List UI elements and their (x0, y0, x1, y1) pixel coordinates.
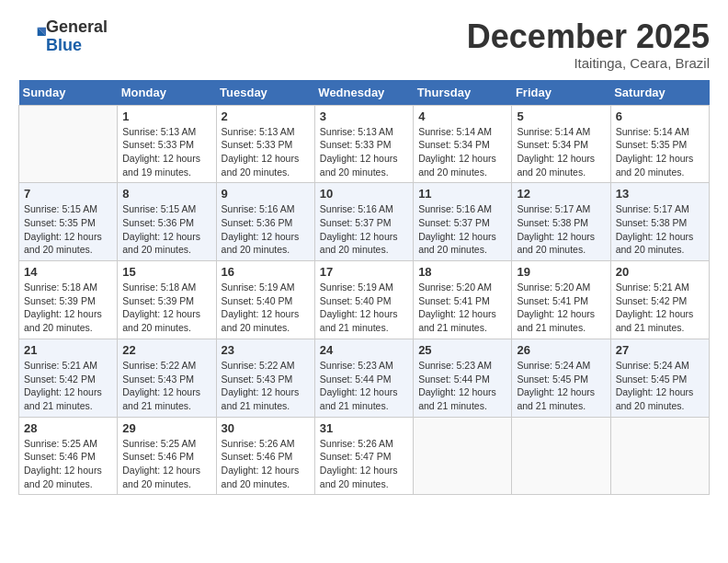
day-info: Sunrise: 5:22 AM Sunset: 5:43 PM Dayligh… (122, 359, 210, 413)
day-info: Sunrise: 5:17 AM Sunset: 5:38 PM Dayligh… (517, 202, 605, 257)
col-header-wednesday: Wednesday (314, 80, 413, 106)
day-cell: 30Sunrise: 5:26 AM Sunset: 5:46 PM Dayli… (216, 417, 314, 495)
day-number: 14 (24, 265, 112, 279)
day-number: 28 (24, 421, 112, 435)
day-cell (512, 417, 610, 495)
day-info: Sunrise: 5:26 AM Sunset: 5:47 PM Dayligh… (320, 437, 408, 491)
logo: General Blue (18, 18, 108, 55)
col-header-friday: Friday (512, 80, 610, 106)
day-number: 7 (24, 187, 112, 201)
day-info: Sunrise: 5:21 AM Sunset: 5:42 PM Dayligh… (616, 281, 704, 335)
day-cell: 2Sunrise: 5:13 AM Sunset: 5:33 PM Daylig… (216, 105, 314, 183)
day-cell: 22Sunrise: 5:22 AM Sunset: 5:43 PM Dayli… (118, 339, 216, 417)
logo-icon (20, 24, 46, 50)
week-row-1: 1Sunrise: 5:13 AM Sunset: 5:33 PM Daylig… (19, 105, 710, 183)
day-number: 20 (616, 265, 704, 279)
logo-general: General (46, 17, 108, 36)
day-number: 18 (418, 265, 506, 279)
day-cell: 10Sunrise: 5:16 AM Sunset: 5:37 PM Dayli… (314, 183, 413, 261)
day-number: 29 (122, 421, 210, 435)
month-title: December 2025 (467, 18, 710, 55)
day-number: 30 (222, 421, 310, 435)
col-header-thursday: Thursday (414, 80, 512, 106)
day-cell (414, 417, 512, 495)
title-area: December 2025 Itaitinga, Ceara, Brazil (467, 18, 710, 71)
day-number: 11 (418, 187, 506, 201)
day-info: Sunrise: 5:17 AM Sunset: 5:38 PM Dayligh… (616, 202, 704, 257)
day-cell: 16Sunrise: 5:19 AM Sunset: 5:40 PM Dayli… (216, 261, 314, 339)
day-cell (19, 105, 118, 183)
day-number: 31 (320, 421, 408, 435)
day-cell: 1Sunrise: 5:13 AM Sunset: 5:33 PM Daylig… (118, 105, 216, 183)
day-cell: 18Sunrise: 5:20 AM Sunset: 5:41 PM Dayli… (414, 261, 512, 339)
day-info: Sunrise: 5:25 AM Sunset: 5:46 PM Dayligh… (24, 437, 112, 491)
day-info: Sunrise: 5:20 AM Sunset: 5:41 PM Dayligh… (418, 281, 506, 335)
day-cell: 24Sunrise: 5:23 AM Sunset: 5:44 PM Dayli… (314, 339, 413, 417)
day-number: 5 (517, 109, 605, 123)
logo-text: General Blue (46, 18, 108, 55)
day-info: Sunrise: 5:14 AM Sunset: 5:34 PM Dayligh… (517, 125, 605, 179)
day-number: 24 (320, 343, 408, 357)
day-cell: 27Sunrise: 5:24 AM Sunset: 5:45 PM Dayli… (610, 339, 709, 417)
day-cell: 31Sunrise: 5:26 AM Sunset: 5:47 PM Dayli… (314, 417, 413, 495)
day-cell: 12Sunrise: 5:17 AM Sunset: 5:38 PM Dayli… (512, 183, 610, 261)
location: Itaitinga, Ceara, Brazil (467, 55, 710, 71)
day-info: Sunrise: 5:14 AM Sunset: 5:35 PM Dayligh… (616, 125, 704, 179)
day-info: Sunrise: 5:13 AM Sunset: 5:33 PM Dayligh… (320, 125, 408, 179)
day-cell (610, 417, 709, 495)
week-row-3: 14Sunrise: 5:18 AM Sunset: 5:39 PM Dayli… (19, 261, 710, 339)
col-header-saturday: Saturday (610, 80, 709, 106)
day-number: 12 (517, 187, 605, 201)
day-info: Sunrise: 5:16 AM Sunset: 5:37 PM Dayligh… (418, 202, 506, 257)
day-info: Sunrise: 5:18 AM Sunset: 5:39 PM Dayligh… (122, 281, 210, 335)
week-row-5: 28Sunrise: 5:25 AM Sunset: 5:46 PM Dayli… (19, 417, 710, 495)
day-number: 22 (122, 343, 210, 357)
day-number: 2 (222, 109, 310, 123)
day-info: Sunrise: 5:16 AM Sunset: 5:36 PM Dayligh… (222, 202, 310, 257)
week-row-2: 7Sunrise: 5:15 AM Sunset: 5:35 PM Daylig… (19, 183, 710, 261)
day-info: Sunrise: 5:25 AM Sunset: 5:46 PM Dayligh… (122, 437, 210, 491)
day-info: Sunrise: 5:20 AM Sunset: 5:41 PM Dayligh… (517, 281, 605, 335)
day-info: Sunrise: 5:14 AM Sunset: 5:34 PM Dayligh… (418, 125, 506, 179)
day-cell: 14Sunrise: 5:18 AM Sunset: 5:39 PM Dayli… (19, 261, 118, 339)
day-number: 3 (320, 109, 408, 123)
day-info: Sunrise: 5:22 AM Sunset: 5:43 PM Dayligh… (222, 359, 310, 413)
day-number: 26 (517, 343, 605, 357)
day-cell: 8Sunrise: 5:15 AM Sunset: 5:36 PM Daylig… (118, 183, 216, 261)
day-number: 27 (616, 343, 704, 357)
day-number: 16 (222, 265, 310, 279)
day-info: Sunrise: 5:15 AM Sunset: 5:36 PM Dayligh… (122, 202, 210, 257)
day-cell: 13Sunrise: 5:17 AM Sunset: 5:38 PM Dayli… (610, 183, 709, 261)
day-number: 4 (418, 109, 506, 123)
day-number: 9 (222, 187, 310, 201)
day-cell: 6Sunrise: 5:14 AM Sunset: 5:35 PM Daylig… (610, 105, 709, 183)
day-number: 13 (616, 187, 704, 201)
day-info: Sunrise: 5:19 AM Sunset: 5:40 PM Dayligh… (222, 281, 310, 335)
day-cell: 15Sunrise: 5:18 AM Sunset: 5:39 PM Dayli… (118, 261, 216, 339)
day-info: Sunrise: 5:19 AM Sunset: 5:40 PM Dayligh… (320, 281, 408, 335)
header: General Blue December 2025 Itaitinga, Ce… (18, 18, 710, 71)
day-cell: 5Sunrise: 5:14 AM Sunset: 5:34 PM Daylig… (512, 105, 610, 183)
day-number: 1 (122, 109, 210, 123)
day-info: Sunrise: 5:23 AM Sunset: 5:44 PM Dayligh… (418, 359, 506, 413)
day-cell: 26Sunrise: 5:24 AM Sunset: 5:45 PM Dayli… (512, 339, 610, 417)
day-info: Sunrise: 5:21 AM Sunset: 5:42 PM Dayligh… (24, 359, 112, 413)
header-row: SundayMondayTuesdayWednesdayThursdayFrid… (19, 80, 710, 106)
day-cell: 11Sunrise: 5:16 AM Sunset: 5:37 PM Dayli… (414, 183, 512, 261)
day-info: Sunrise: 5:24 AM Sunset: 5:45 PM Dayligh… (517, 359, 605, 413)
day-info: Sunrise: 5:24 AM Sunset: 5:45 PM Dayligh… (616, 359, 704, 413)
day-number: 25 (418, 343, 506, 357)
day-cell: 20Sunrise: 5:21 AM Sunset: 5:42 PM Dayli… (610, 261, 709, 339)
day-number: 21 (24, 343, 112, 357)
day-cell: 17Sunrise: 5:19 AM Sunset: 5:40 PM Dayli… (314, 261, 413, 339)
day-cell: 25Sunrise: 5:23 AM Sunset: 5:44 PM Dayli… (414, 339, 512, 417)
day-info: Sunrise: 5:13 AM Sunset: 5:33 PM Dayligh… (222, 125, 310, 179)
day-info: Sunrise: 5:15 AM Sunset: 5:35 PM Dayligh… (24, 202, 112, 257)
col-header-sunday: Sunday (19, 80, 118, 106)
day-info: Sunrise: 5:26 AM Sunset: 5:46 PM Dayligh… (222, 437, 310, 491)
logo-blue: Blue (46, 36, 82, 54)
day-cell: 29Sunrise: 5:25 AM Sunset: 5:46 PM Dayli… (118, 417, 216, 495)
day-info: Sunrise: 5:13 AM Sunset: 5:33 PM Dayligh… (122, 125, 210, 179)
day-number: 15 (122, 265, 210, 279)
col-header-monday: Monday (118, 80, 216, 106)
